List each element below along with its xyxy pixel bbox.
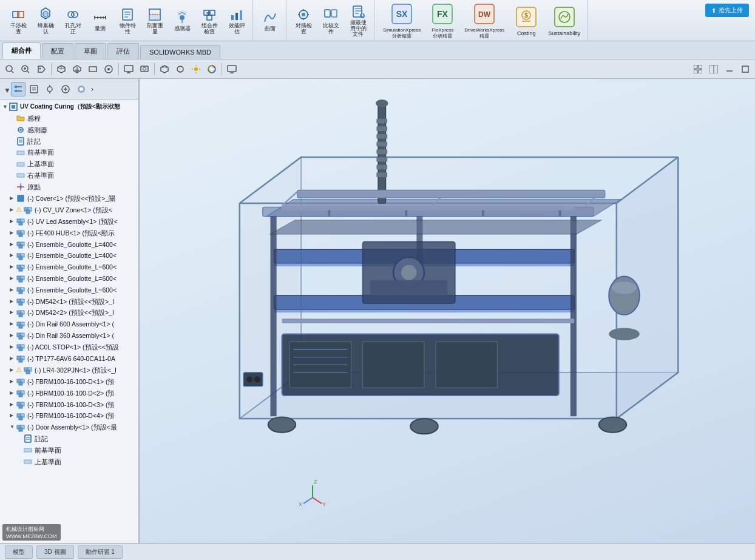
tb2-tag-btn[interactable] (34, 62, 49, 76)
viewport-3d[interactable]: X Y Z (140, 79, 755, 543)
tb2-view1-btn[interactable] (157, 62, 172, 76)
tb2-split-btn[interactable] (706, 62, 721, 76)
tree-item-tp177_1[interactable]: ▶(-) TP177-6AV6 640-0CA11-0A (0, 353, 138, 365)
tb2-color-btn[interactable] (205, 62, 219, 76)
toolbar-btn-section[interactable]: 剖面重显 (141, 5, 168, 36)
tree-item-origin[interactable]: 原點 (0, 181, 138, 193)
tree-item-din_rail_600_1[interactable]: ▶(-) Din Rail 600 Assembly<1> ( (0, 319, 138, 330)
tree-item-fbrm100_d1[interactable]: ▶(-) FBRM100-16-100-D<1> (預 (0, 376, 138, 388)
lp-btn-config[interactable] (42, 82, 57, 96)
tb2-sun-btn[interactable] (189, 62, 203, 76)
svg-rect-38 (331, 10, 337, 17)
svg-rect-217 (270, 217, 276, 417)
toolbar-btn-costing[interactable]: $ Costing (510, 3, 542, 38)
bottom-tab-motion[interactable]: 動作研習 1 (78, 545, 123, 559)
tree-item-sensors[interactable]: 感程 (0, 113, 138, 124)
tree-item-fbrm100_d3[interactable]: ▶(-) FBRM100-16-100-D<3> (預 (0, 399, 138, 411)
tree-item-fbrm100_d4[interactable]: ▶(-) FBRM100-16-100-D<4> (預 (0, 410, 138, 422)
lp-more-btn[interactable]: › (90, 84, 95, 95)
toolbar-btn-curve[interactable]: 曲面 (257, 8, 283, 33)
toolbar-btn-honeycomb[interactable]: 蜂巢确认 (32, 5, 59, 36)
tree-item-notes[interactable]: 感測器 (0, 124, 138, 136)
tree-icon-door_notes (23, 434, 33, 444)
toolbar-btn-simulation-xpress[interactable]: SX SimulationXpress分析精靈 (379, 0, 424, 41)
upload-button[interactable]: ⬆ 抢先上传 (705, 4, 749, 17)
toolbar-btn-recent[interactable]: 撷最使用中的文件 (345, 2, 371, 38)
lp-btn-property[interactable] (27, 82, 41, 96)
tree-item-door_front_plane[interactable]: 前基準面 (0, 445, 138, 456)
tab-evaluate[interactable]: 評估 (107, 43, 139, 59)
toolbar-btn-assembly-check[interactable]: 组合件检查 (196, 5, 223, 36)
tree-item-ensemble_goulotte_600_1[interactable]: ▶(-) Ensemble_Goulotte_L=600< (0, 261, 138, 273)
tree-item-lr4_302pjn1[interactable]: ▶⚠(-) LR4-302PJN<1> (預設<_I (0, 364, 138, 376)
tree-item-din_rail_360_1[interactable]: ▶(-) Din Rail 360 Assembly<1> ( (0, 330, 138, 342)
tree-icon-root (8, 102, 18, 112)
tree-item-cv_uv_zone1[interactable]: ▶⚠(-) CV_UV Zone<1> (預設< (0, 204, 138, 216)
lp-btn-color[interactable] (74, 82, 89, 96)
tree-item-ref_annotation[interactable]: 註記 (0, 136, 138, 147)
toolbar-btn-hole[interactable]: 孔孔对正 (59, 5, 86, 36)
tree-item-uv_led1[interactable]: ▶(-) UV Led Assembly<1> (預設< (0, 216, 138, 228)
tree-item-ensemble_goulotte_600_3[interactable]: ▶(-) Ensemble_Goulotte_L=600< (0, 285, 138, 296)
tree-icon-door_front_plane (23, 445, 33, 455)
tb2-restore-btn[interactable] (738, 62, 753, 76)
tab-drawing[interactable]: 草圖 (75, 43, 106, 59)
tb2-tile-btn[interactable] (691, 62, 705, 76)
lp-btn-plus[interactable] (58, 82, 73, 96)
toolbar-btn-efficiency[interactable]: 效能评估 (223, 5, 250, 36)
tb2-search-btn[interactable] (2, 62, 17, 76)
tree-item-cover1[interactable]: ▶(-) Cover<1> (預設<<預設>_關 (0, 193, 138, 204)
svg-point-66 (39, 67, 41, 69)
tree-item-dm542_2[interactable]: ▶(-) DM542<2> (預設<<預設>_I (0, 307, 138, 319)
tb2-section-view-btn[interactable] (101, 62, 116, 76)
tree-item-door_top_plane[interactable]: 上基準面 (0, 456, 138, 468)
tree-arrow: ▶ (10, 286, 16, 294)
tb2-arrow-down-btn[interactable] (70, 62, 84, 76)
tree-item-top_plane[interactable]: 上基準面 (0, 158, 138, 170)
tb2-display2-btn[interactable] (137, 62, 152, 76)
svg-point-118 (19, 129, 22, 131)
svg-point-32 (302, 13, 305, 16)
tree-item-right_plane[interactable]: 右基準面 (0, 170, 138, 181)
tree-item-door_notes[interactable]: 註記 (0, 433, 138, 445)
svg-rect-131 (26, 210, 30, 214)
svg-rect-92 (694, 65, 697, 69)
tree-item-ensemble_goulotte_600_2[interactable]: ▶(-) Ensemble_Goulotte_L=600< (0, 273, 138, 285)
tab-assembly[interactable]: 組合件 (2, 42, 41, 59)
tb2-view2-btn[interactable] (173, 62, 188, 76)
tree-item-dm542_1[interactable]: ▶(-) DM542<1> (預設<<預設>_I (0, 296, 138, 308)
tab-solidworks-mbd[interactable]: SOLIDWORKS MBD (140, 45, 220, 59)
tree-item-ensemble_goulotte_400_2[interactable]: ▶(-) Ensemble_Goulotte_L=400< (0, 250, 138, 261)
tb2-display-btn[interactable] (121, 62, 136, 76)
tree-label-lr4_302pjn1: (-) LR4-302PJN<1> (預設<_I (35, 365, 117, 376)
tree-item-front_plane[interactable]: 前基準面 (0, 147, 138, 158)
toolbar-btn-sensor[interactable]: 感测器 (169, 8, 195, 33)
main-area: ▼ › ▼ (0, 79, 755, 543)
toolbar-btn-align-check[interactable]: 对插检查 (290, 5, 317, 36)
toolbar-btn-interfere[interactable]: 干涉检查 (5, 5, 32, 36)
tree-item-ac0l_stop1[interactable]: ▶(-) AC0L STOP<1> (預設<<預設 (0, 342, 138, 353)
tb2-minimize-btn[interactable] (722, 62, 737, 76)
toolbar-btn-compare[interactable]: 比较文件 (317, 5, 344, 36)
tb2-3d-box-btn[interactable] (54, 62, 69, 76)
tree-label-cv_uv_zone1: (-) CV_UV Zone<1> (預設< (35, 205, 112, 215)
tab-config[interactable]: 配置 (42, 43, 73, 59)
tree-item-ensemble_goulotte_400_1[interactable]: ▶(-) Ensemble_Goulotte_L=400< (0, 239, 138, 251)
tb2-zoom-btn[interactable] (18, 62, 33, 76)
tree-item-fbrm100_d2[interactable]: ▶(-) FBRM100-16-100-D<2> (預 (0, 388, 138, 399)
toolbar-btn-sustainability[interactable]: Sustainability (544, 3, 584, 38)
toolbar-btn-drive-works[interactable]: DW DriveWorksXpress精靈 (461, 0, 508, 41)
toolbar-btn-props[interactable]: 物件特性 (114, 5, 141, 36)
tree-item-door_assembly1[interactable]: ▼(-) Door Assembly<1> (預設<最 (0, 422, 138, 433)
tree-root[interactable]: ▼ UV Coating Curing（預設<顯示狀態 (0, 101, 138, 113)
filter-icon: ▼ (4, 86, 11, 95)
toolbar-btn-flo-xpress[interactable]: FX FloXpress分析精靈 (427, 0, 458, 41)
bottom-tab-model[interactable]: 模型 (5, 545, 33, 559)
bottom-tab-3d[interactable]: 3D 視圖 (36, 545, 74, 559)
tb2-rect-btn[interactable] (86, 62, 100, 76)
svg-rect-143 (19, 256, 22, 260)
lp-btn-tree[interactable] (11, 82, 25, 96)
tree-item-fe400_hub1[interactable]: ▶(-) FE400 HUB<1> (預設<顯示 (0, 228, 138, 239)
tb2-monitor-btn[interactable] (225, 62, 239, 76)
toolbar-btn-measure[interactable]: 量测 (87, 8, 113, 33)
